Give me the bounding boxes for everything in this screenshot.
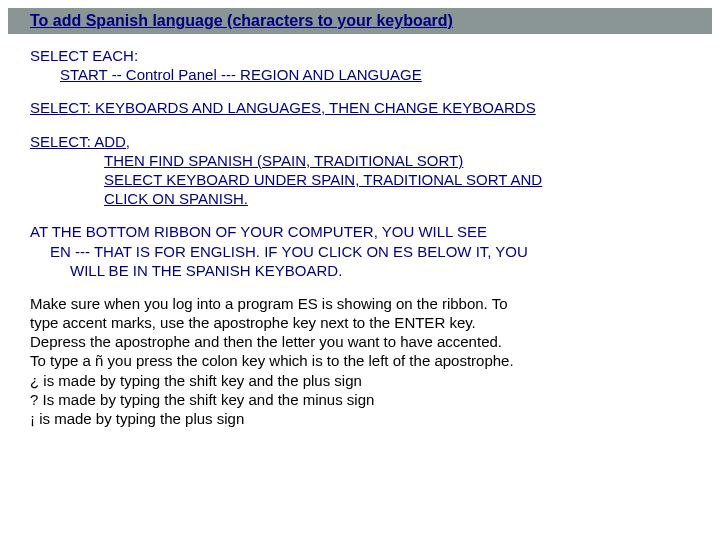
notes-l3: Depress the apostrophe and then the lett… [30, 332, 690, 351]
step-select-each: SELECT EACH: START -- Control Panel --- … [30, 46, 690, 84]
step3-l2: SELECT KEYBOARD UNDER SPAIN, TRADITIONAL… [104, 171, 542, 188]
ribbon-l3: WILL BE IN THE SPANISH KEYBOARD. [30, 261, 690, 280]
notes-l4: To type a ñ you press the colon key whic… [30, 351, 690, 370]
instruction-content: SELECT EACH: START -- Control Panel --- … [0, 34, 720, 428]
notes-l6: ? Is made by typing the shift key and th… [30, 390, 690, 409]
step3-tail: SELECT KEYBOARD UNDER SPAIN, TRADITIONAL… [30, 170, 690, 208]
notes-l1: Make sure when you log into a program ES… [30, 294, 690, 313]
step3-head: SELECT: ADD, [30, 132, 690, 151]
notes-l5: ¿ is made by typing the shift key and th… [30, 371, 690, 390]
notes-l7: ¡ is made by typing the plus sign [30, 409, 690, 428]
step-keyboards: SELECT: KEYBOARDS AND LANGUAGES, THEN CH… [30, 98, 690, 117]
step3-l3: CLICK ON SPANISH. [104, 190, 248, 207]
ribbon-l2: EN --- THAT IS FOR ENGLISH. IF YOU CLICK… [30, 242, 690, 261]
step1-head: SELECT EACH: [30, 46, 690, 65]
typing-notes: Make sure when you log into a program ES… [30, 294, 690, 428]
step3-l1: THEN FIND SPANISH (SPAIN, TRADITIONAL SO… [30, 151, 690, 170]
notes-l2: type accent marks, use the apostrophe ke… [30, 313, 690, 332]
step-add: SELECT: ADD, THEN FIND SPANISH (SPAIN, T… [30, 132, 690, 209]
page-title: To add Spanish language (characters to y… [30, 12, 453, 29]
ribbon-l1: AT THE BOTTOM RIBBON OF YOUR COMPUTER, Y… [30, 222, 690, 241]
title-bar: To add Spanish language (characters to y… [8, 8, 712, 34]
step1-line: START -- Control Panel --- REGION AND LA… [30, 65, 690, 84]
ribbon-note: AT THE BOTTOM RIBBON OF YOUR COMPUTER, Y… [30, 222, 690, 280]
